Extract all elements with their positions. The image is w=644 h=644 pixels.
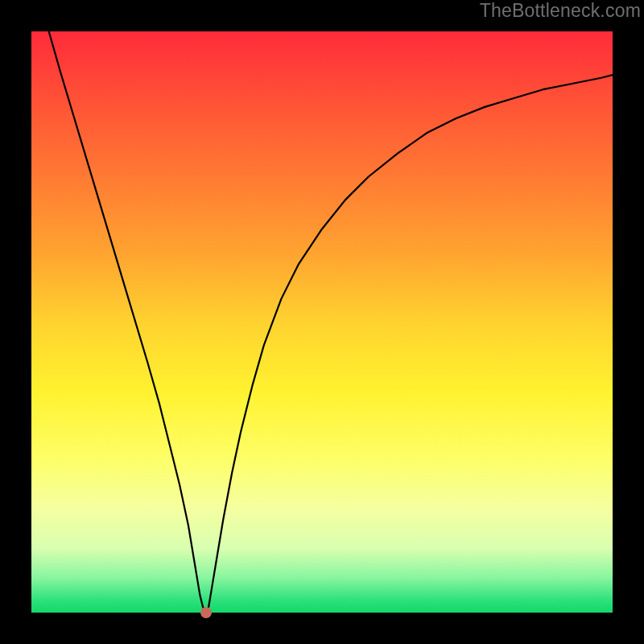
curve-svg: [31, 31, 613, 613]
plot-area: [31, 31, 613, 613]
bottleneck-curve: [49, 31, 613, 613]
watermark-text: TheBottleneck.com: [480, 0, 641, 22]
minimum-marker: [200, 607, 212, 618]
chart-frame: TheBottleneck.com: [0, 0, 644, 644]
